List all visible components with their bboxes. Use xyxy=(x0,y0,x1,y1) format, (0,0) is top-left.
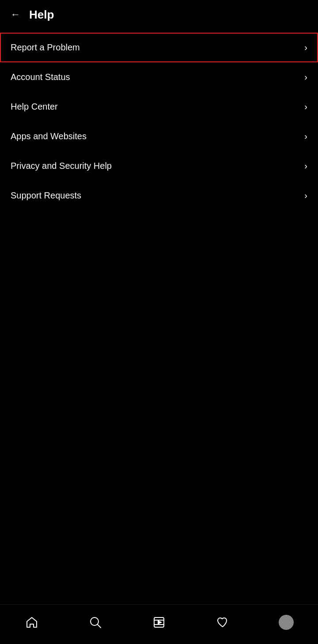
report-problem-button[interactable]: Report a Problem › xyxy=(0,33,318,62)
profile-icon xyxy=(279,615,294,630)
report-problem-label: Report a Problem xyxy=(11,42,80,53)
nav-profile-button[interactable] xyxy=(273,609,299,636)
chevron-right-icon: › xyxy=(304,161,307,171)
support-requests-button[interactable]: Support Requests › xyxy=(0,181,318,210)
chevron-right-icon: › xyxy=(304,191,307,201)
help-center-button[interactable]: Help Center › xyxy=(0,92,318,122)
back-button[interactable]: ← xyxy=(9,7,22,22)
nav-search-button[interactable] xyxy=(82,609,109,636)
nav-home-button[interactable] xyxy=(19,609,45,636)
privacy-security-button[interactable]: Privacy and Security Help › xyxy=(0,151,318,181)
help-center-label: Help Center xyxy=(11,102,58,112)
account-status-button[interactable]: Account Status › xyxy=(0,62,318,92)
back-arrow-icon: ← xyxy=(11,9,20,20)
support-requests-label: Support Requests xyxy=(11,191,81,201)
menu-item-account-status[interactable]: Account Status › xyxy=(0,62,318,92)
search-icon xyxy=(89,616,102,629)
apps-websites-button[interactable]: Apps and Websites › xyxy=(0,122,318,151)
nav-likes-button[interactable] xyxy=(209,609,236,636)
privacy-security-label: Privacy and Security Help xyxy=(11,161,112,171)
bottom-nav xyxy=(0,604,318,644)
nav-reels-button[interactable] xyxy=(146,609,172,636)
chevron-right-icon: › xyxy=(304,131,307,141)
page-title: Help xyxy=(29,8,54,22)
home-icon xyxy=(26,616,38,629)
header: ← Help xyxy=(0,0,318,29)
profile-avatar xyxy=(279,615,294,630)
chevron-right-icon: › xyxy=(304,102,307,112)
chevron-right-icon: › xyxy=(304,72,307,82)
menu-item-help-center[interactable]: Help Center › xyxy=(0,92,318,122)
menu-list: Report a Problem › Account Status › Help… xyxy=(0,33,318,210)
account-status-label: Account Status xyxy=(11,72,70,82)
heart-icon xyxy=(216,616,229,629)
menu-item-apps-websites[interactable]: Apps and Websites › xyxy=(0,122,318,151)
chevron-right-icon: › xyxy=(304,42,307,53)
apps-websites-label: Apps and Websites xyxy=(11,131,87,141)
menu-item-privacy-security[interactable]: Privacy and Security Help › xyxy=(0,151,318,181)
svg-line-1 xyxy=(98,625,101,628)
reels-icon xyxy=(153,616,165,629)
menu-item-report-problem[interactable]: Report a Problem › xyxy=(0,33,318,62)
menu-item-support-requests[interactable]: Support Requests › xyxy=(0,181,318,210)
svg-marker-3 xyxy=(158,620,162,625)
